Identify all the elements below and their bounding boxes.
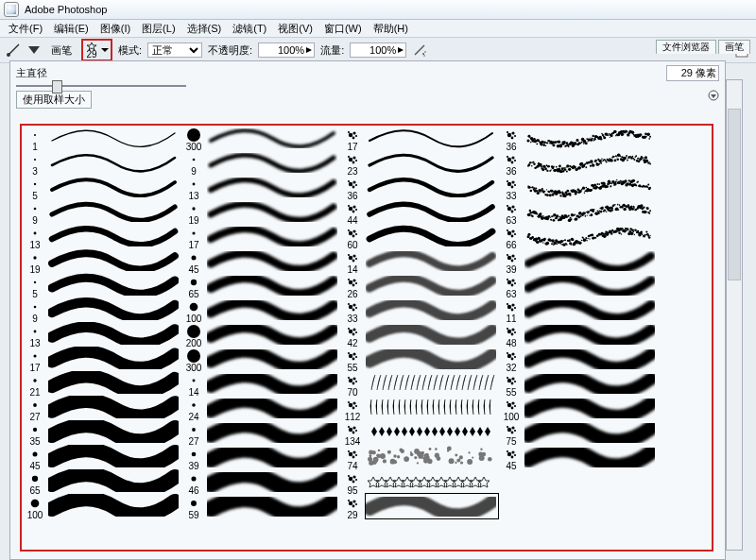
brush-stroke-preview[interactable] <box>48 150 180 175</box>
brush-preset-tip[interactable]: 32 <box>498 348 524 373</box>
brush-preset-tip[interactable]: 36 <box>339 177 366 201</box>
brush-preset-tip[interactable]: 33 <box>498 177 524 201</box>
brush-stroke-preview[interactable] <box>366 322 498 347</box>
brush-stroke-preview[interactable] <box>48 273 180 297</box>
brush-preset-tip[interactable]: 45 <box>498 447 524 471</box>
menu-filter[interactable]: 滤镜(T) <box>228 21 271 37</box>
brush-preset-tip[interactable]: 74 <box>339 447 366 471</box>
brush-stroke-preview[interactable] <box>207 322 339 347</box>
brush-stroke-preview[interactable] <box>207 297 339 322</box>
brush-stroke-preview[interactable] <box>524 396 657 420</box>
menu-help[interactable]: 帮助(H) <box>369 21 413 37</box>
brush-preset-tip[interactable]: 100 <box>180 299 207 324</box>
brush-preset-tip[interactable]: 24 <box>180 398 207 422</box>
brush-stroke-preview[interactable] <box>207 126 339 150</box>
brush-preset-tip[interactable]: 48 <box>498 324 524 348</box>
brush-stroke-preview[interactable] <box>207 248 339 273</box>
brush-stroke-preview[interactable] <box>524 297 657 322</box>
brush-preset-tip[interactable]: 44 <box>339 201 366 226</box>
brush-stroke-preview[interactable] <box>366 297 498 322</box>
brush-stroke-preview[interactable] <box>48 420 180 445</box>
slider-knob[interactable] <box>52 80 62 93</box>
brush-preset-tip[interactable]: 27 <box>180 422 207 447</box>
brush-preset-tip[interactable]: 42 <box>339 324 366 348</box>
diameter-slider[interactable] <box>16 83 186 89</box>
brush-preset-tip[interactable]: 45 <box>22 447 48 471</box>
brush-stroke-preview[interactable] <box>207 371 339 396</box>
brush-preset-tip[interactable]: 55 <box>498 373 524 398</box>
scrollbar-vertical[interactable] <box>726 79 743 551</box>
brush-preset-tip[interactable]: 13 <box>22 226 48 250</box>
tab-file-browser[interactable]: 文件浏览器 <box>656 40 716 54</box>
brush-stroke-preview[interactable] <box>366 199 498 224</box>
brush-stroke-preview[interactable] <box>366 347 498 371</box>
brush-preset-tip[interactable]: 300 <box>180 348 207 373</box>
brush-preset-tip[interactable]: 36 <box>498 127 524 152</box>
brush-preset-tip[interactable]: 14 <box>339 250 366 275</box>
brush-stroke-preview[interactable] <box>207 175 339 199</box>
brush-stroke-preview[interactable] <box>48 175 180 199</box>
brush-stroke-preview[interactable] <box>207 469 339 494</box>
brush-stroke-preview[interactable] <box>207 445 339 469</box>
panel-menu-icon[interactable] <box>708 90 719 101</box>
brush-preset-tip[interactable]: 9 <box>180 152 207 177</box>
menu-view[interactable]: 视图(V) <box>273 21 318 37</box>
brush-stroke-preview[interactable] <box>48 199 180 224</box>
brush-preset-tip[interactable]: 23 <box>339 152 366 177</box>
brush-stroke-preview[interactable] <box>524 199 657 224</box>
menu-window[interactable]: 窗口(W) <box>319 21 367 37</box>
menu-layer[interactable]: 图层(L) <box>137 21 180 37</box>
brush-preset-tip[interactable]: 60 <box>339 226 366 250</box>
brush-stroke-preview[interactable] <box>524 150 657 175</box>
brush-preset-tip[interactable]: 39 <box>180 447 207 471</box>
brush-preset-tip[interactable]: 33 <box>339 299 366 324</box>
brush-preset-picker[interactable]: 29 <box>81 39 112 61</box>
brush-stroke-preview[interactable] <box>366 371 498 396</box>
brush-preset-tip[interactable]: 3 <box>22 152 48 177</box>
brush-stroke-preview[interactable] <box>48 322 180 347</box>
brush-stroke-preview[interactable] <box>366 445 498 469</box>
menu-file[interactable]: 文件(F) <box>4 21 47 37</box>
diameter-value[interactable]: 29 像素 <box>666 65 719 81</box>
brush-stroke-preview[interactable] <box>524 371 657 396</box>
brush-preset-tip[interactable]: 95 <box>339 471 366 496</box>
brush-preset-tip[interactable]: 26 <box>339 275 366 299</box>
brush-stroke-preview[interactable] <box>207 420 339 445</box>
brush-preset-tip[interactable]: 75 <box>498 422 524 447</box>
brush-preset-tip[interactable]: 100 <box>498 398 524 422</box>
tool-tri-icon[interactable] <box>26 42 42 58</box>
mode-select[interactable]: 正常 <box>147 42 202 58</box>
brush-stroke-preview[interactable] <box>48 248 180 273</box>
airbrush-icon[interactable] <box>412 42 427 58</box>
brush-stroke-preview[interactable] <box>524 322 657 347</box>
brush-stroke-preview[interactable] <box>48 224 180 248</box>
brush-stroke-preview[interactable] <box>366 420 498 445</box>
brush-preset-tip[interactable]: 19 <box>180 201 207 226</box>
brush-preset-tip[interactable]: 27 <box>22 398 48 422</box>
brush-preset-tip[interactable]: 9 <box>22 299 48 324</box>
brush-preset-tip[interactable]: 70 <box>339 373 366 398</box>
brush-preset-tip[interactable]: 39 <box>498 250 524 275</box>
menu-image[interactable]: 图像(I) <box>95 21 135 37</box>
menu-select[interactable]: 选择(S) <box>182 21 227 37</box>
brush-preset-tip[interactable]: 65 <box>22 471 48 496</box>
brush-preset-tip[interactable]: 11 <box>498 299 524 324</box>
brush-stroke-preview[interactable] <box>48 126 180 150</box>
brush-stroke-preview[interactable] <box>48 371 180 396</box>
brush-preset-tip[interactable]: 100 <box>22 496 48 520</box>
brush-stroke-preview[interactable] <box>366 396 498 420</box>
brush-stroke-preview[interactable] <box>366 175 498 199</box>
brush-preset-tip[interactable]: 112 <box>339 398 366 422</box>
brush-stroke-preview[interactable] <box>524 445 657 469</box>
brush-preset-tip[interactable]: 46 <box>180 471 207 496</box>
brush-stroke-preview[interactable] <box>366 273 498 297</box>
brush-stroke-preview[interactable] <box>524 273 657 297</box>
brush-stroke-preview[interactable] <box>48 494 180 518</box>
brush-stroke-preview[interactable] <box>207 347 339 371</box>
brush-stroke-preview[interactable] <box>207 273 339 297</box>
brush-stroke-preview[interactable] <box>48 347 180 371</box>
brush-stroke-preview[interactable] <box>524 175 657 199</box>
brush-stroke-preview[interactable] <box>366 248 498 273</box>
brush-preset-tip[interactable]: 63 <box>498 275 524 299</box>
brush-preset-tip[interactable]: 63 <box>498 201 524 226</box>
